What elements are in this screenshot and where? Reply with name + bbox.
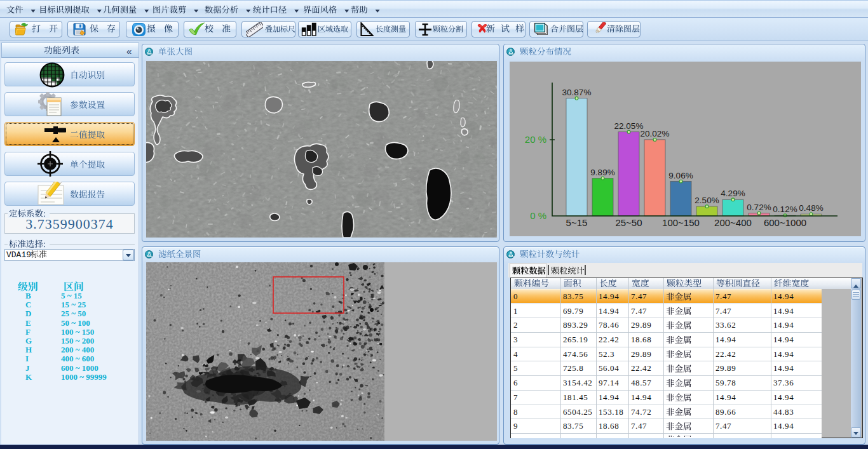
svg-text:30.87%: 30.87% bbox=[562, 88, 592, 97]
svg-text:20 %: 20 % bbox=[525, 134, 546, 145]
svg-text:600~1000: 600~1000 bbox=[764, 217, 806, 228]
svg-text:20.02%: 20.02% bbox=[641, 129, 670, 138]
svg-text:100~150: 100~150 bbox=[662, 217, 700, 228]
svg-text:25~50: 25~50 bbox=[615, 217, 642, 228]
svg-text:5~15: 5~15 bbox=[566, 217, 588, 228]
svg-text:22.05%: 22.05% bbox=[614, 121, 644, 131]
svg-text:9.89%: 9.89% bbox=[590, 168, 614, 177]
svg-text:0.12%: 0.12% bbox=[773, 204, 797, 214]
svg-text:0.48%: 0.48% bbox=[799, 203, 823, 213]
svg-text:0 %: 0 % bbox=[530, 210, 546, 221]
svg-text:0.72%: 0.72% bbox=[747, 203, 771, 212]
svg-text:9.06%: 9.06% bbox=[668, 171, 693, 180]
svg-text:4.29%: 4.29% bbox=[721, 189, 745, 198]
svg-text:2.50%: 2.50% bbox=[695, 196, 719, 205]
svg-text:200~400: 200~400 bbox=[714, 217, 752, 228]
